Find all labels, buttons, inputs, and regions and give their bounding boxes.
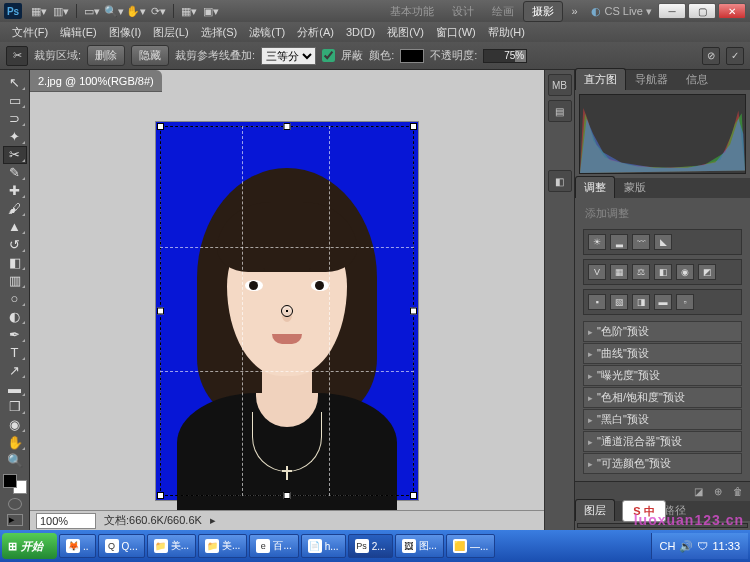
menu-analysis[interactable]: 分析(A) <box>291 23 340 42</box>
crop-handle-r[interactable] <box>410 308 417 315</box>
tab-histogram[interactable]: 直方图 <box>575 68 626 90</box>
overlay-select[interactable]: 三等分 <box>261 47 316 65</box>
menu-file[interactable]: 文件(F) <box>6 23 54 42</box>
rotate-icon[interactable]: ⟳▾ <box>148 3 168 19</box>
preset-levels[interactable]: "色阶"预设 <box>583 321 742 342</box>
taskbar-task[interactable]: e百... <box>249 534 298 558</box>
hand-tool[interactable]: ✋ <box>3 434 27 452</box>
wand-tool[interactable]: ✦ <box>3 128 27 146</box>
eyedropper-tool[interactable]: ✎ <box>3 164 27 182</box>
move-tool[interactable]: ↖ <box>3 74 27 92</box>
taskbar-task[interactable]: 🖼图... <box>395 534 444 558</box>
crop-hide-button[interactable]: 隐藏 <box>131 45 169 66</box>
marquee-tool[interactable]: ▭ <box>3 92 27 110</box>
taskbar-task[interactable]: 📁美... <box>198 534 247 558</box>
tab-navigator[interactable]: 导航器 <box>626 68 677 90</box>
color-swatches[interactable] <box>3 474 27 494</box>
preset-selcolor[interactable]: "可选颜色"预设 <box>583 453 742 474</box>
eraser-tool[interactable]: ◧ <box>3 254 27 272</box>
taskbar-task[interactable]: QQ... <box>98 534 145 558</box>
quickmask-toggle[interactable] <box>8 498 22 510</box>
adjust-new-icon[interactable]: ⊕ <box>710 485 726 499</box>
threshold-icon[interactable]: ◨ <box>632 294 650 310</box>
dock-adjust-icon[interactable]: ◧ <box>548 170 572 192</box>
workspace-paint[interactable]: 绘画 <box>483 1 523 22</box>
minibridge-icon[interactable]: ▥▾ <box>51 3 71 19</box>
opacity-value[interactable]: 75% <box>483 49 527 63</box>
adjust-trash-icon[interactable]: 🗑 <box>730 485 746 499</box>
taskbar-task[interactable]: Ps2... <box>348 534 393 558</box>
cslive-button[interactable]: CS Live▾ <box>591 5 652 18</box>
crop-tool[interactable]: ✂ <box>3 146 27 164</box>
brightness-icon[interactable]: ☀ <box>588 234 606 250</box>
3d-tool[interactable]: ❒ <box>3 398 27 416</box>
cancel-crop-icon[interactable]: ⊘ <box>702 47 720 65</box>
menu-3d[interactable]: 3D(D) <box>340 24 381 40</box>
preset-curves[interactable]: "曲线"预设 <box>583 343 742 364</box>
minimize-button[interactable]: ─ <box>658 3 686 19</box>
crop-pivot[interactable] <box>281 305 293 317</box>
exposure-icon[interactable]: ◣ <box>654 234 672 250</box>
crop-handle-l[interactable] <box>157 308 164 315</box>
tray-shield-icon[interactable]: 🛡 <box>697 540 708 552</box>
blur-tool[interactable]: ○ <box>3 290 27 308</box>
extras-icon[interactable]: ▭▾ <box>82 3 102 19</box>
tab-adjustments[interactable]: 调整 <box>575 176 615 198</box>
curves-icon[interactable]: 〰 <box>632 234 650 250</box>
bridge-icon[interactable]: ▦▾ <box>29 3 49 19</box>
crop-handle-tr[interactable] <box>410 123 417 130</box>
levels-icon[interactable]: ▂ <box>610 234 628 250</box>
path-tool[interactable]: ↗ <box>3 362 27 380</box>
3d-camera-tool[interactable]: ◉ <box>3 416 27 434</box>
adjust-clip-icon[interactable]: ◪ <box>690 485 706 499</box>
crop-delete-button[interactable]: 删除 <box>87 45 125 66</box>
zoom-icon[interactable]: 🔍▾ <box>104 3 124 19</box>
vibrance-icon[interactable]: V <box>588 264 606 280</box>
shield-checkbox[interactable] <box>322 49 335 62</box>
heal-tool[interactable]: ✚ <box>3 182 27 200</box>
taskbar-task[interactable]: 🟨—... <box>446 534 495 558</box>
poster-icon[interactable]: ▧ <box>610 294 628 310</box>
selcolor-icon[interactable]: ▫ <box>676 294 694 310</box>
tab-masks[interactable]: 蒙版 <box>615 176 655 198</box>
mixer-icon[interactable]: ◩ <box>698 264 716 280</box>
commit-crop-icon[interactable]: ✓ <box>726 47 744 65</box>
dock-history-icon[interactable]: ▤ <box>548 100 572 122</box>
hsl-icon[interactable]: ▦ <box>610 264 628 280</box>
tray-sound-icon[interactable]: 🔊 <box>679 540 693 553</box>
dock-minibridge-icon[interactable]: MB <box>548 74 572 96</box>
menu-view[interactable]: 视图(V) <box>381 23 430 42</box>
preset-bw[interactable]: "黑白"预设 <box>583 409 742 430</box>
crop-handle-bl[interactable] <box>157 492 164 499</box>
menu-select[interactable]: 选择(S) <box>195 23 244 42</box>
shape-tool[interactable]: ▬ <box>3 380 27 398</box>
pen-tool[interactable]: ✒ <box>3 326 27 344</box>
history-brush-tool[interactable]: ↺ <box>3 236 27 254</box>
system-tray[interactable]: CH 🔊 🛡 11:33 <box>651 533 748 559</box>
close-button[interactable]: ✕ <box>718 3 746 19</box>
workspace-basic[interactable]: 基本功能 <box>381 1 443 22</box>
preset-mixer[interactable]: "通道混合器"预设 <box>583 431 742 452</box>
crop-handle-br[interactable] <box>410 492 417 499</box>
balance-icon[interactable]: ⚖ <box>632 264 650 280</box>
gradmap-icon[interactable]: ▬ <box>654 294 672 310</box>
stamp-tool[interactable]: ▲ <box>3 218 27 236</box>
lasso-tool[interactable]: ⊃ <box>3 110 27 128</box>
tab-info[interactable]: 信息 <box>677 68 717 90</box>
bw-icon[interactable]: ◧ <box>654 264 672 280</box>
taskbar-task[interactable]: 📁美... <box>147 534 196 558</box>
crop-tool-thumb[interactable]: ✂ <box>6 46 28 66</box>
tab-layers[interactable]: 图层 <box>575 499 615 521</box>
gradient-tool[interactable]: ▥ <box>3 272 27 290</box>
canvas[interactable] <box>30 92 544 530</box>
dodge-tool[interactable]: ◐ <box>3 308 27 326</box>
workspace-design[interactable]: 设计 <box>443 1 483 22</box>
status-menu-icon[interactable]: ▸ <box>210 514 216 527</box>
screen-icon[interactable]: ▣▾ <box>201 3 221 19</box>
workspace-more-icon[interactable]: » <box>564 3 584 19</box>
invert-icon[interactable]: ▪ <box>588 294 606 310</box>
start-button[interactable]: 开始 <box>2 533 57 559</box>
taskbar-task[interactable]: 📄h... <box>301 534 346 558</box>
workspace-photo[interactable]: 摄影 <box>523 1 563 22</box>
taskbar-task[interactable]: 🦊.. <box>59 534 96 558</box>
